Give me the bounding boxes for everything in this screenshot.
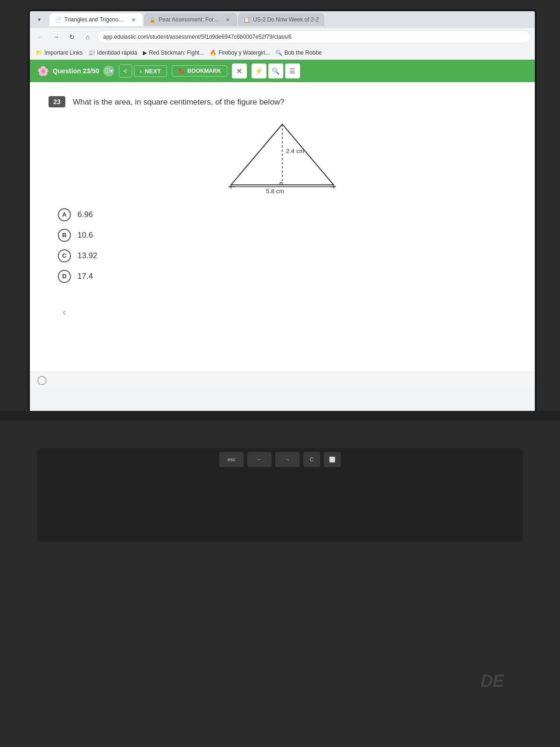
choice-c-letter: C	[62, 252, 66, 259]
key-refresh-icon: C	[310, 457, 314, 462]
info-icon[interactable]: ⓘ▾	[103, 65, 114, 77]
question-nav-bar: 🌸 Question 23/50 ⓘ▾ < › NEXT	[30, 60, 535, 82]
laptop-body: ▾ 📄 Triangles and Trigonometry ✕ 🔒 Pear …	[0, 0, 560, 747]
close-button[interactable]: ✕	[232, 63, 247, 78]
figure-container: 2.4 cm 5.8 cm	[49, 120, 516, 194]
keyboard-row-main: esc ← → C ⬜	[37, 448, 523, 472]
key-esc[interactable]: esc	[219, 452, 244, 468]
choice-d-letter: D	[62, 273, 66, 280]
bottom-bar	[30, 372, 535, 389]
bookmark-bob[interactable]: 🔍 Bob the Robbe	[275, 49, 322, 56]
bookmark-important-links-label: Important Links	[44, 49, 83, 56]
tab-triangles-close[interactable]: ✕	[130, 16, 137, 23]
tab-usnow-icon: 📋	[244, 17, 250, 23]
key-refresh[interactable]: C	[303, 452, 320, 468]
bookmark-redstickman[interactable]: ▶ Red Stickman: Fight...	[143, 49, 204, 56]
tab-triangles-icon: 📄	[55, 17, 62, 23]
search-icon: 🔍	[272, 67, 280, 75]
bookmark-button[interactable]: 🔖 BOOKMARK	[172, 65, 227, 77]
choice-a-letter: A	[62, 211, 66, 218]
key-back-arrow-icon: ←	[257, 457, 262, 462]
choice-a-circle: A	[58, 208, 71, 221]
choice-b-letter: B	[62, 232, 66, 239]
bookmark-important-links-icon: 📁	[35, 49, 42, 56]
question-info: 🌸 Question 23/50 ⓘ▾	[37, 65, 114, 77]
choice-d[interactable]: D 17.4	[58, 270, 516, 283]
tool-buttons: ⚡ 🔍 ☰	[252, 63, 300, 78]
laptop-screen: ▾ 📄 Triangles and Trigonometry ✕ 🔒 Pear …	[28, 9, 537, 416]
close-icon: ✕	[236, 67, 242, 76]
triangle-figure: 2.4 cm 5.8 cm	[212, 120, 352, 194]
dell-logo-text: DE	[481, 671, 504, 691]
home-button[interactable]: ⌂	[81, 30, 94, 43]
back-button[interactable]: ←	[34, 30, 47, 43]
keyboard: esc ← → C ⬜	[37, 448, 523, 542]
key-forward-arrow-icon: →	[285, 457, 290, 462]
flower-icon: 🌸	[37, 65, 49, 77]
svg-text:2.4 cm: 2.4 cm	[286, 148, 304, 155]
bookmark-fireboy-icon: 🔥	[210, 49, 217, 56]
question-number-badge: 23	[49, 96, 65, 107]
question-counter: Question 23/50	[53, 67, 99, 75]
screen-content: ▾ 📄 Triangles and Trigonometry ✕ 🔒 Pear …	[30, 11, 535, 414]
tab-list-button[interactable]: ▾	[34, 14, 45, 25]
next-arrow-icon: ›	[140, 68, 142, 75]
bookmark-identidad[interactable]: 📰 Identidad rápida	[88, 49, 137, 56]
tab-controls: ▾	[34, 14, 45, 25]
choice-c[interactable]: C 13.92	[58, 249, 516, 262]
address-bar[interactable]: app.edulastic.com/student/assessment/5f1…	[97, 30, 531, 43]
tab-pear-close[interactable]: ✕	[224, 16, 231, 23]
dell-logo: DE	[481, 671, 504, 691]
choice-b-circle: B	[58, 229, 71, 242]
address-bar-row: ← → ↻ ⌂ app.edulastic.com/student/assess…	[30, 28, 535, 46]
bookmarks-bar: 📁 Important Links 📰 Identidad rápida ▶ R…	[30, 46, 535, 60]
nav-arrows: < › NEXT	[119, 64, 167, 78]
key-forward-arrow[interactable]: →	[275, 452, 300, 468]
key-fullscreen[interactable]: ⬜	[324, 452, 341, 468]
laptop-keyboard-area: esc ← → C ⬜ DE	[0, 420, 560, 747]
bookmark-fireboy-label: Fireboy y Watergirl...	[218, 49, 270, 56]
question-area: 23 What is the area, in square centimete…	[30, 82, 535, 372]
key-fullscreen-icon: ⬜	[329, 457, 336, 463]
tab-bar: ▾ 📄 Triangles and Trigonometry ✕ 🔒 Pear …	[30, 11, 535, 28]
menu-icon: ☰	[289, 67, 295, 75]
tab-usnow[interactable]: 📋 US-2 Do Now Week of 2-2	[238, 13, 324, 26]
forward-button[interactable]: →	[49, 30, 63, 43]
next-button[interactable]: › NEXT	[134, 65, 167, 77]
choice-b-value: 10.6	[77, 231, 93, 240]
choice-c-circle: C	[58, 249, 71, 262]
reload-button[interactable]: ↻	[65, 30, 78, 43]
tab-pear-icon: 🔒	[149, 17, 156, 23]
bookmark-fireboy[interactable]: 🔥 Fireboy y Watergirl...	[210, 49, 270, 56]
lightning-tool-button[interactable]: ⚡	[252, 63, 266, 78]
bookmark-redstickman-icon: ▶	[143, 49, 147, 56]
left-nav-arrow[interactable]: ‹	[63, 306, 66, 318]
tab-triangles-label: Triangles and Trigonometry	[64, 16, 127, 23]
bookmark-button-icon: 🔖	[178, 68, 185, 74]
progress-circle	[37, 376, 47, 385]
answer-choices: A 6.96 B 10.6	[49, 208, 516, 283]
bookmark-bob-label: Bob the Robbe	[284, 49, 322, 56]
menu-tool-button[interactable]: ☰	[285, 63, 300, 78]
choice-b[interactable]: B 10.6	[58, 229, 516, 242]
key-esc-label: esc	[227, 457, 235, 462]
next-label: NEXT	[145, 68, 161, 75]
choice-d-value: 17.4	[77, 272, 93, 281]
prev-arrow-icon: <	[124, 67, 127, 75]
question-header: 23 What is the area, in square centimete…	[49, 96, 516, 108]
choice-a-value: 6.96	[77, 210, 93, 219]
bookmark-important-links[interactable]: 📁 Important Links	[35, 49, 83, 56]
key-back-arrow[interactable]: ←	[247, 452, 272, 468]
bookmark-identidad-label: Identidad rápida	[97, 49, 137, 56]
tab-pear[interactable]: 🔒 Pear Assessment: Formative a ✕	[144, 13, 237, 26]
bookmark-bob-icon: 🔍	[275, 49, 282, 56]
choice-c-value: 13.92	[77, 251, 98, 261]
search-tool-button[interactable]: 🔍	[268, 63, 283, 78]
lightning-icon: ⚡	[255, 67, 263, 75]
prev-arrow-button[interactable]: <	[119, 64, 132, 78]
svg-text:5.8 cm: 5.8 cm	[266, 188, 284, 194]
choice-d-circle: D	[58, 270, 71, 283]
tab-pear-label: Pear Assessment: Formative a	[159, 16, 221, 23]
tab-triangles[interactable]: 📄 Triangles and Trigonometry ✕	[49, 13, 143, 26]
choice-a[interactable]: A 6.96	[58, 208, 516, 221]
